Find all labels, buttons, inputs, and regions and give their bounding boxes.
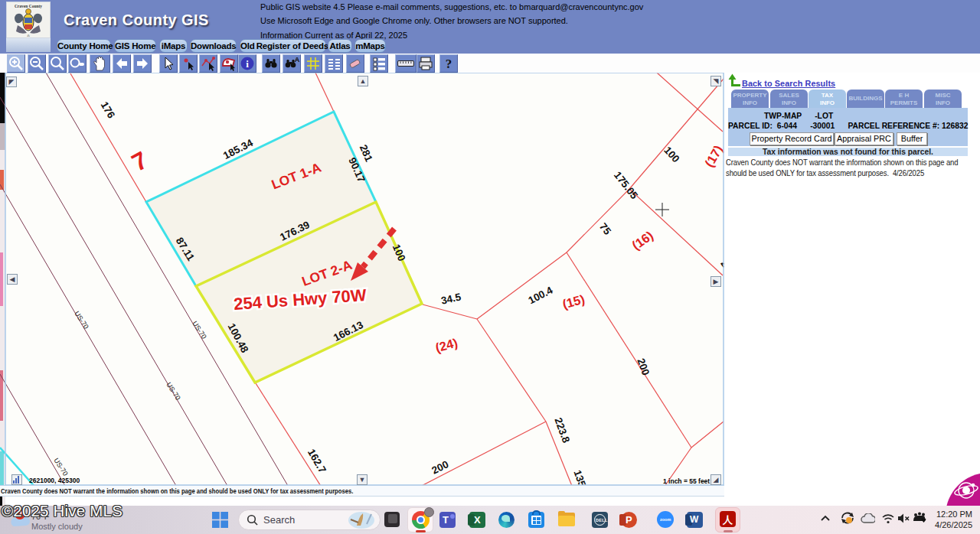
svg-text:A: A xyxy=(295,56,300,63)
svg-text:Craven County: Craven County xyxy=(15,4,42,8)
svg-text:?: ? xyxy=(446,57,452,71)
svg-text:⁂: ⁂ xyxy=(27,34,30,37)
svg-text:i: i xyxy=(246,58,249,70)
